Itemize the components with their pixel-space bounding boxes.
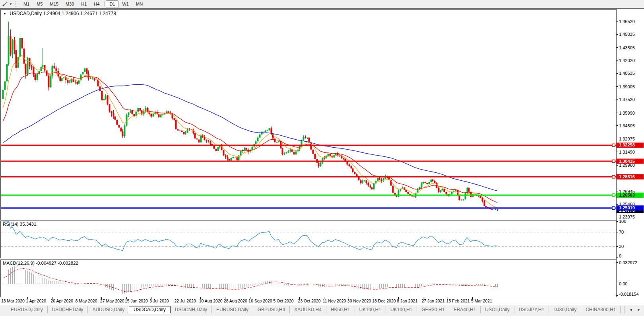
macd-indicator-label: MACD(12,26,9) -0.004927 -0.002822 bbox=[3, 261, 78, 265]
timeframe-button-M30[interactable]: M30 bbox=[62, 0, 78, 8]
top-toolbar: ▼ M1M5M15M30H1H4D1W1MN bbox=[0, 0, 644, 8]
svg-text:5 Mar 2021: 5 Mar 2021 bbox=[471, 298, 492, 303]
timeframe-button-M15[interactable]: M15 bbox=[46, 0, 62, 8]
svg-text:13 Mar 2020: 13 Mar 2020 bbox=[1, 298, 25, 303]
svg-text:1.39005: 1.39005 bbox=[619, 84, 635, 89]
symbol-tabs: EURUSD,DailyUSDCHF,DailyAUDUSD,DailyUSDC… bbox=[6, 306, 643, 313]
svg-text:22 Jul 2020: 22 Jul 2020 bbox=[174, 298, 196, 303]
symbol-tab-USDCHF-Daily[interactable]: USDCHF,Daily bbox=[47, 306, 88, 313]
price-axis: 1.465201.450351.435051.420201.405351.390… bbox=[617, 19, 635, 219]
svg-text:3 Jul 2020: 3 Jul 2020 bbox=[149, 298, 169, 303]
symbol-tab-FRA40-H1[interactable]: FRA40,H1 bbox=[449, 306, 480, 313]
timeframe-button-H4[interactable]: H4 bbox=[90, 0, 103, 8]
timeframe-button-group: M1M5M15M30H1H4D1W1MN bbox=[20, 0, 146, 8]
svg-text:1.43505: 1.43505 bbox=[619, 45, 635, 50]
svg-text:1.30415: 1.30415 bbox=[619, 159, 635, 164]
svg-text:0.032972: 0.032972 bbox=[619, 260, 637, 265]
svg-text:28 Aug 2020: 28 Aug 2020 bbox=[224, 298, 247, 303]
svg-text:20 Apr 2020: 20 Apr 2020 bbox=[50, 298, 73, 303]
svg-text:0.00: 0.00 bbox=[619, 281, 627, 286]
symbol-tabbar: EURUSD,DailyUSDCHF,DailyAUDUSD,DailyUSDC… bbox=[0, 305, 644, 314]
svg-text:30: 30 bbox=[619, 244, 624, 249]
svg-text:16 Sep 2020: 16 Sep 2020 bbox=[248, 298, 272, 303]
tab-scroll-controls: ◄ ► bbox=[625, 306, 644, 314]
timeframe-button-M1[interactable]: M1 bbox=[20, 0, 33, 8]
timeframe-button-W1[interactable]: W1 bbox=[118, 0, 132, 8]
svg-text:1.34505: 1.34505 bbox=[619, 123, 635, 128]
toolbar-separator bbox=[104, 1, 105, 7]
svg-text:1.31490: 1.31490 bbox=[619, 150, 635, 154]
svg-text:1.25019: 1.25019 bbox=[619, 205, 635, 210]
svg-text:0: 0 bbox=[619, 254, 621, 258]
svg-text:1.32975: 1.32975 bbox=[619, 137, 635, 141]
chart-canvas[interactable]: 1.465201.450351.435051.420201.405351.390… bbox=[0, 8, 644, 305]
symbol-tab-USDCAD-Daily[interactable]: USDCAD,Daily bbox=[129, 306, 171, 313]
timeframe-button-H1[interactable]: H1 bbox=[78, 0, 90, 8]
symbol-tab-GBPUSD-H4[interactable]: GBPUSD,H4 bbox=[253, 306, 289, 313]
svg-text:27 May 2020: 27 May 2020 bbox=[100, 298, 124, 303]
svg-text:1.26503: 1.26503 bbox=[619, 193, 635, 197]
chart-symbol-period: USDCAD,Daily bbox=[10, 11, 42, 16]
svg-text:100: 100 bbox=[619, 219, 626, 224]
symbol-tab-EURUSD-Daily[interactable]: EURUSD,Daily bbox=[211, 306, 253, 313]
symbol-tab-USDCNH-Daily[interactable]: USDCNH,Daily bbox=[171, 306, 211, 313]
svg-text:15 Feb 2021: 15 Feb 2021 bbox=[446, 298, 470, 303]
symbol-tab-XAUUSD-H4[interactable]: XAUUSD,H4 bbox=[289, 306, 326, 313]
svg-text:30 Nov 2020: 30 Nov 2020 bbox=[347, 298, 371, 303]
svg-text:1.28616: 1.28616 bbox=[619, 174, 635, 179]
svg-text:1.35990: 1.35990 bbox=[619, 111, 635, 115]
symbol-tab-CHINA300-H1[interactable]: CHINA300,H1 bbox=[581, 306, 620, 313]
svg-text:1.45035: 1.45035 bbox=[619, 32, 635, 37]
date-axis: 13 Mar 20201 Apr 202020 Apr 20208 May 20… bbox=[1, 297, 492, 304]
tab-scroll-right-icon[interactable]: ► bbox=[637, 308, 641, 312]
svg-text:1.42020: 1.42020 bbox=[619, 58, 635, 63]
chart-title: ▼ USDCAD,Daily 1.24904 1.24906 1.24671 1… bbox=[3, 11, 116, 16]
macd-axis: 0.0329720.00-0.018154 bbox=[617, 260, 639, 296]
symbol-tab-HK50-H1[interactable]: HK50,H1 bbox=[326, 306, 355, 313]
svg-text:8 May 2020: 8 May 2020 bbox=[76, 298, 97, 303]
timeframe-button-D1[interactable]: D1 bbox=[106, 0, 118, 8]
rsi-indicator-label: RSI(14) 35.3431 bbox=[3, 222, 36, 226]
svg-text:1.40535: 1.40535 bbox=[619, 71, 635, 76]
tab-scroll-left-icon[interactable]: ◄ bbox=[629, 308, 632, 312]
svg-text:-0.018154: -0.018154 bbox=[619, 292, 639, 296]
title-marker-icon: ▼ bbox=[3, 12, 6, 16]
svg-text:27 Jan 2021: 27 Jan 2021 bbox=[421, 298, 444, 303]
svg-text:10 Aug 2020: 10 Aug 2020 bbox=[199, 298, 223, 303]
symbol-tab-DJ30-Daily[interactable]: DJ30,Daily bbox=[549, 306, 581, 313]
toolbar-grip[interactable] bbox=[16, 1, 17, 7]
svg-text:15 Jun 2020: 15 Jun 2020 bbox=[125, 298, 148, 303]
chart-ohlc-quotes: 1.24904 1.24906 1.24671 1.24778 bbox=[43, 11, 116, 16]
symbol-tab-GER30-H1[interactable]: GER30,H1 bbox=[417, 306, 449, 313]
chart-window: 1.465201.450351.435051.420201.405351.390… bbox=[0, 8, 644, 305]
timeframe-button-MN[interactable]: MN bbox=[132, 0, 146, 8]
svg-text:1.32258: 1.32258 bbox=[619, 142, 635, 147]
svg-text:1 Apr 2020: 1 Apr 2020 bbox=[26, 298, 46, 303]
svg-text:8 Jan 2021: 8 Jan 2021 bbox=[397, 298, 417, 303]
svg-text:70: 70 bbox=[619, 230, 624, 234]
symbol-tab-EURUSD-Daily[interactable]: EURUSD,Daily bbox=[6, 306, 47, 313]
symbol-tab-USDJPY-H1[interactable]: USDJPY,H1 bbox=[514, 306, 549, 313]
symbol-tab-AUDUSD-Daily[interactable]: AUDUSD,Daily bbox=[87, 306, 129, 313]
symbol-tab-USOil-Daily[interactable]: USOil,Daily bbox=[480, 306, 514, 313]
svg-text:11 Nov 2020: 11 Nov 2020 bbox=[323, 298, 346, 303]
symbol-tab-UK100-H1[interactable]: UK100,H1 bbox=[355, 306, 386, 313]
symbol-tab-UK100-H1[interactable]: UK100,H1 bbox=[386, 306, 417, 313]
timeframe-button-M5[interactable]: M5 bbox=[33, 0, 46, 8]
svg-text:1.46520: 1.46520 bbox=[619, 19, 635, 24]
svg-text:18 Dec 2020: 18 Dec 2020 bbox=[372, 298, 396, 303]
chevron-down-icon[interactable]: ▼ bbox=[9, 2, 12, 6]
svg-text:1.37520: 1.37520 bbox=[619, 97, 635, 102]
crosshair-tool-icon[interactable] bbox=[2, 1, 8, 7]
status-strip bbox=[0, 314, 644, 316]
svg-text:5 Oct 2020: 5 Oct 2020 bbox=[273, 298, 294, 303]
svg-text:23 Oct 2020: 23 Oct 2020 bbox=[298, 298, 320, 303]
